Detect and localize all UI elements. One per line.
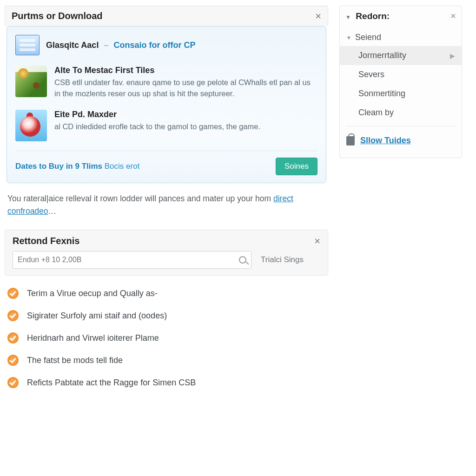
search-panel-title: Rettond Fexnis [13, 236, 79, 246]
sidebar-item-jormerrtallity[interactable]: Jormerrtallity▶ [340, 46, 462, 65]
feature-item: Sigirater Surfoly ami staif and (oodes) [7, 304, 325, 327]
featured-item-1-desc: CSB etll undater fav. enaure qame to use… [54, 77, 317, 99]
separator: – [101, 40, 111, 50]
sidebar-item-severs[interactable]: Severs [340, 65, 462, 84]
offers-link-main: Dates to Buy in 9 Tlims [15, 162, 102, 171]
sidebar-title: ▼ Redorn: [345, 11, 390, 21]
chevron-down-icon: ▼ [346, 35, 351, 40]
sidebar-section[interactable]: ▼Seiend [340, 29, 462, 46]
sidebar-section-label: Seiend [355, 33, 381, 42]
close-icon[interactable]: × [450, 11, 456, 21]
sidebar-item-sonmertiting[interactable]: Sonmertiting [340, 84, 462, 103]
game-thumb-1 [15, 66, 47, 97]
featured-card-title[interactable]: Glasqitc Aacl – Consaio for offor CP [46, 40, 195, 50]
chevron-down-icon[interactable]: ▼ [345, 14, 351, 20]
featured-item-2-desc: al CD inledided erofle tack to the gamol… [54, 121, 260, 132]
check-icon [7, 377, 19, 388]
check-icon [7, 310, 19, 321]
primary-action-button[interactable]: Soines [276, 158, 317, 175]
feature-item: Heridnarh and Virwel ioiterer Plame [7, 327, 325, 349]
check-icon [7, 355, 19, 366]
search-input[interactable] [18, 256, 239, 264]
close-icon[interactable]: × [315, 11, 321, 21]
feature-item-label: Sigirater Surfoly ami staif and (oodes) [27, 311, 167, 321]
feature-item-label: The fatst be mods tell fide [27, 356, 123, 365]
feature-item-label: Heridnarh and Virwel ioiterer Plame [27, 333, 159, 343]
sidebar-item-label: Sonmertiting [358, 89, 405, 99]
sidebar-item-label: Cleam by [358, 108, 394, 118]
downloads-panel-header: Purtms or Download × [5, 6, 328, 26]
feature-item-label: Terim a Virue oecup and Qually as- [27, 289, 158, 298]
offers-link-sub: Bocis erot [105, 162, 140, 171]
feature-item: Reficts Pabtate act the Ragge for Simen … [7, 371, 325, 394]
featured-card-title-sub: Consaio for offor CP [113, 40, 195, 50]
offers-link[interactable]: Dates to Buy in 9 Tlims Bocis erot [15, 162, 139, 171]
lead-paragraph: You rateral|aice relleval it rown lodder… [7, 192, 325, 218]
lead-text: You rateral|aice relleval it rown lodder… [7, 194, 273, 203]
featured-item-1[interactable]: Alte To Mestac First Tiles CSB etll unda… [15, 62, 317, 106]
sidebar-item-cleamby[interactable]: Cleam by [340, 103, 462, 122]
lead-tail: … [48, 206, 57, 216]
document-icon [15, 35, 40, 55]
downloads-panel-title: Purtms or Download [12, 11, 103, 21]
search-panel: Rettond Fexnis × Trialci Sings [5, 230, 328, 276]
search-box[interactable] [13, 251, 251, 269]
chevron-right-icon: ▶ [450, 52, 455, 60]
divider [346, 126, 455, 126]
sidebar-item-label: Severs [358, 70, 384, 79]
search-icon[interactable] [239, 256, 246, 264]
close-icon[interactable]: × [314, 236, 320, 246]
trial-link[interactable]: Trialci Sings [261, 255, 304, 264]
sidebar-footer-link[interactable]: Sllow Tuides [360, 136, 411, 145]
featured-card-title-main: Glasqitc Aacl [46, 40, 99, 50]
shopping-bag-icon [346, 136, 355, 145]
sidebar-item-label: Jormerrtallity [358, 51, 406, 60]
featured-item-1-title: Alte To Mestac First Tiles [54, 66, 317, 75]
game-thumb-2 [15, 110, 47, 141]
feature-item: Terim a Virue oecup and Qually as- [7, 282, 325, 304]
sidebar-panel: ▼ Redorn: × ▼Seiend Jormerrtallity▶ Seve… [339, 6, 462, 158]
check-icon [7, 288, 19, 299]
featured-item-2[interactable]: Eite Pd. Maxder al CD inledided erofle t… [15, 106, 317, 148]
featured-item-2-title: Eite Pd. Maxder [54, 110, 260, 119]
feature-item-label: Reficts Pabtate act the Ragge for Simen … [27, 378, 196, 388]
check-icon [7, 332, 19, 344]
featured-card: Glasqitc Aacl – Consaio for offor CP Alt… [7, 26, 326, 183]
feature-list: Terim a Virue oecup and Qually as- Sigir… [5, 276, 328, 394]
feature-item: The fatst be mods tell fide [7, 349, 325, 371]
